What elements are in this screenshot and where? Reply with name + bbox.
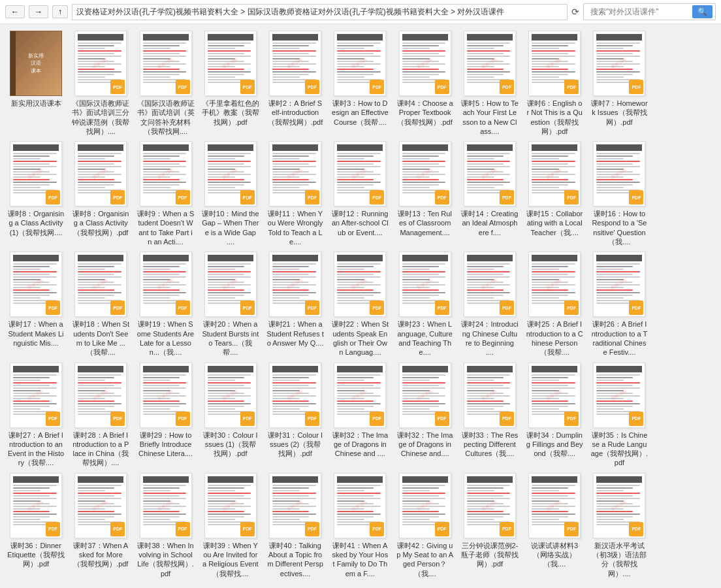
pdf-badge: PDF bbox=[564, 412, 579, 426]
file-label: 课时40：Talking About a Topic from Differen… bbox=[266, 541, 324, 578]
file-item-42[interactable]: 我帮找网 PDF 课时34：Dumpling Fillings and Beyo… bbox=[525, 363, 584, 468]
file-label: 课时7：Homework Issues（我帮找网）.pdf bbox=[590, 99, 648, 127]
file-item-5[interactable]: 我帮找网 PDF 课时2：A Brief Self-introduction（我… bbox=[266, 31, 325, 136]
pdf-badge: PDF bbox=[370, 190, 384, 204]
file-label: 课时21：When a Student Refuses to Answer My… bbox=[266, 319, 324, 348]
file-label: 课时8：Organising a Class Activity（我帮找网）.pd… bbox=[72, 209, 129, 237]
pdf-badge: PDF bbox=[500, 301, 514, 315]
file-label: 课时2：A Brief Self-introduction（我帮找网）.pdf bbox=[266, 99, 324, 127]
file-label: 新实用汉语课本 bbox=[11, 99, 61, 108]
file-thumb: 我帮找网 PDF bbox=[269, 473, 321, 538]
file-item-15[interactable]: 我帮找网 PDF 课时10：Mind the Gap – When There … bbox=[201, 141, 260, 246]
search-input[interactable] bbox=[586, 5, 691, 18]
file-item-4[interactable]: 我帮找网 PDF 《手里拿着红色的手机》教案（我帮找网）.pdf bbox=[201, 31, 260, 136]
file-thumb: 我帮找网 PDF bbox=[464, 31, 516, 96]
file-item-24[interactable]: 我帮找网 PDF 课时18：When Students Don't Seem t… bbox=[71, 252, 130, 357]
file-thumb: 我帮找网 PDF bbox=[204, 473, 257, 538]
file-item-17[interactable]: 我帮找网 PDF 课时12：Running an After-school Cl… bbox=[330, 141, 389, 246]
file-item-43[interactable]: 我帮找网 PDF 课时35：Is Chinese a Rude Language… bbox=[590, 363, 649, 468]
file-thumb: 我帮找网 PDF bbox=[399, 141, 451, 206]
pdf-badge: PDF bbox=[629, 301, 643, 315]
refresh-btn[interactable]: ⟳ bbox=[571, 7, 579, 17]
file-label: 课时32：The Image of Dragons in Chinese and… bbox=[396, 431, 454, 459]
file-item-6[interactable]: 我帮找网 PDF 课时3：How to Design an Effective … bbox=[330, 31, 389, 136]
file-thumb: 我帮找网 PDF bbox=[140, 252, 192, 317]
file-item-31[interactable]: 我帮找网 PDF 课时25：A Brief Introduction to a … bbox=[525, 252, 584, 357]
forward-btn[interactable]: → bbox=[29, 5, 48, 18]
top-nav: ← → ↑ 汉资格证对外汉语(孔子学院)视频书籍资料大全 > 国际汉语教师资格证… bbox=[0, 0, 721, 24]
file-item-36[interactable]: 我帮找网 PDF 课时29：How to Briefly Introduce C… bbox=[136, 363, 195, 468]
pdf-badge: PDF bbox=[435, 522, 449, 536]
file-item-47[interactable]: 我帮找网 PDF 课时38：When Involving in School L… bbox=[136, 473, 195, 578]
file-label: 课时29：How to Briefly Introduce Chinese Li… bbox=[137, 431, 195, 459]
file-item-25[interactable]: 我帮找网 PDF 课时19：When Some Students Are Lat… bbox=[136, 252, 195, 357]
back-btn[interactable]: ← bbox=[5, 5, 25, 18]
file-item-29[interactable]: 我帮找网 PDF 课时23：When Language, Culture and… bbox=[396, 252, 455, 357]
file-label: 课时5：How to Teach Your First Lesson to a … bbox=[461, 99, 519, 136]
file-label: 课时30：Colour Issues (1)（我帮找网）.pdf bbox=[202, 431, 259, 459]
pdf-badge: PDF bbox=[46, 412, 60, 426]
pdf-badge: PDF bbox=[629, 412, 643, 426]
file-item-40[interactable]: 我帮找网 PDF 课时32：The Image of Dragons in Ch… bbox=[396, 363, 455, 468]
file-item-52[interactable]: 我帮找网 PDF 三分钟说课范例2-瓶子老师（我帮找网）.pdf bbox=[460, 473, 519, 578]
file-thumb: 我帮找网 PDF bbox=[204, 252, 257, 317]
file-item-46[interactable]: 我帮找网 PDF 课时37：When Asked for More（我帮找网）.… bbox=[71, 473, 130, 578]
file-label: 新汉语水平考试（初3级）语法部分（我帮找网）.... bbox=[590, 541, 648, 578]
file-item-37[interactable]: 我帮找网 PDF 课时30：Colour Issues (1)（我帮找网）.pd… bbox=[201, 363, 260, 468]
file-item-34[interactable]: 我帮找网 PDF 课时27：A Brief Introduction to an… bbox=[7, 363, 65, 468]
file-item-53[interactable]: 我帮找网 PDF 说课试讲材料3（网络实战）（我.... bbox=[525, 473, 584, 578]
up-btn[interactable]: ↑ bbox=[52, 5, 68, 18]
file-item-35[interactable]: 我帮找网 PDF 课时28：A Brief Introduction to a … bbox=[71, 363, 130, 468]
file-item-33[interactable] bbox=[655, 252, 714, 357]
file-item-30[interactable]: 我帮找网 PDF 课时24：Introducing Chinese Cultur… bbox=[460, 252, 519, 357]
file-item-20[interactable]: 我帮找网 PDF 课时15：Collaborating with a Local… bbox=[525, 141, 584, 246]
file-item-1[interactable]: 新实用汉语课本 新实用汉语课本 bbox=[7, 31, 65, 136]
pdf-badge: PDF bbox=[435, 301, 449, 315]
file-item-39[interactable]: 我帮找网 PDF 课时32：The Image of Dragons in Ch… bbox=[330, 363, 389, 468]
search-button[interactable]: 🔍 bbox=[692, 5, 713, 18]
file-item-12[interactable]: 我帮找网 PDF 课时8：Organising a Class Activity… bbox=[7, 141, 65, 246]
file-thumb: 我帮找网 PDF bbox=[593, 141, 645, 206]
file-item-28[interactable]: 我帮找网 PDF 课时22：When Students Speak Englis… bbox=[330, 252, 389, 357]
file-thumb: 我帮找网 PDF bbox=[334, 252, 386, 317]
file-item-11[interactable] bbox=[655, 31, 714, 136]
file-item-23[interactable]: 我帮找网 PDF 课时17：When a Student Makes Lingu… bbox=[7, 252, 65, 357]
file-thumb: 我帮找网 PDF bbox=[204, 31, 257, 96]
file-item-48[interactable]: 我帮找网 PDF 课时39：When You Are Invited for a… bbox=[201, 473, 260, 578]
file-label: 课时17：When a Student Makes Linguistic Mis… bbox=[7, 319, 65, 348]
file-item-14[interactable]: 我帮找网 PDF 课时9：When a Student Doesn't Want… bbox=[136, 141, 195, 246]
file-item-18[interactable]: 我帮找网 PDF 课时13：Ten Rules of Classroom Man… bbox=[396, 141, 455, 246]
file-item-19[interactable]: 我帮找网 PDF 课时14：Creating an Ideal Atmosphe… bbox=[460, 141, 519, 246]
file-item-21[interactable]: 我帮找网 PDF 课时16：How to Respond to a 'Sensi… bbox=[590, 141, 649, 246]
file-item-38[interactable]: 我帮找网 PDF 课时31：Colour Issues (2)（我帮找网）.pd… bbox=[266, 363, 325, 468]
pdf-badge: PDF bbox=[500, 522, 514, 536]
file-item-2[interactable]: 我帮找网 PDF 《国际汉语教师证书》面试培训三分钟说课范例（我帮找网）.... bbox=[71, 31, 130, 136]
file-item-41[interactable]: 我帮找网 PDF 课时33：The Respecting Different C… bbox=[460, 363, 519, 468]
file-item-45[interactable]: 我帮找网 PDF 课时36：Dinner Etiquette（我帮找网）.pdf bbox=[7, 473, 65, 578]
file-label: 课时37：When Asked for More（我帮找网）.pdf bbox=[72, 541, 129, 569]
nav-path: 汉资格证对外汉语(孔子学院)视频书籍资料大全 > 国际汉语教师资格证对外汉语(孔… bbox=[72, 4, 568, 20]
file-item-32[interactable]: 我帮找网 PDF 课时26：A Brief Introduction to a … bbox=[590, 252, 649, 357]
file-item-51[interactable]: 我帮找网 PDF 课时42：Giving up My Seat to an Ag… bbox=[396, 473, 455, 578]
file-item-49[interactable]: 我帮找网 PDF 课时40：Talking About a Topic from… bbox=[266, 473, 325, 578]
file-thumb: 我帮找网 PDF bbox=[10, 252, 62, 317]
file-item-44[interactable] bbox=[655, 363, 714, 468]
file-item-13[interactable]: 我帮找网 PDF 课时8：Organising a Class Activity… bbox=[71, 141, 130, 246]
file-item-50[interactable]: 我帮找网 PDF 课时41：When Asked by Your Host Fa… bbox=[330, 473, 389, 578]
file-item-54[interactable]: 我帮找网 PDF 新汉语水平考试（初3级）语法部分（我帮找网）.... bbox=[590, 473, 649, 578]
pdf-badge: PDF bbox=[370, 80, 384, 94]
file-item-9[interactable]: 我帮找网 PDF 课时6：English or Not This is a Qu… bbox=[525, 31, 584, 136]
file-item-27[interactable]: 我帮找网 PDF 课时21：When a Student Refuses to … bbox=[266, 252, 325, 357]
pdf-badge: PDF bbox=[305, 522, 319, 536]
file-item-3[interactable]: 我帮找网 PDF 《国际汉语教师证书》面试培训（英文问答补充材料（我帮找网...… bbox=[136, 31, 195, 136]
file-item-7[interactable]: 我帮找网 PDF 课时4：Choose a Proper Textbook（我帮… bbox=[396, 31, 455, 136]
file-label: 课时11：When You Were Wrongly Told to Teach… bbox=[266, 209, 324, 246]
file-item-10[interactable]: 我帮找网 PDF 课时7：Homework Issues（我帮找网）.pdf bbox=[590, 31, 649, 136]
file-label: 课时10：Mind the Gap – When There is a Wide… bbox=[202, 209, 259, 246]
file-label: 课时22：When Students Speak English or Thei… bbox=[331, 319, 389, 357]
file-item-8[interactable]: 我帮找网 PDF 课时5：How to Teach Your First Les… bbox=[460, 31, 519, 136]
file-item-16[interactable]: 我帮找网 PDF 课时11：When You Were Wrongly Told… bbox=[266, 141, 325, 246]
file-thumb: 我帮找网 PDF bbox=[269, 363, 321, 428]
file-item-26[interactable]: 我帮找网 PDF 课时20：When a Student Bursts into… bbox=[201, 252, 260, 357]
file-item-22[interactable] bbox=[655, 141, 714, 246]
